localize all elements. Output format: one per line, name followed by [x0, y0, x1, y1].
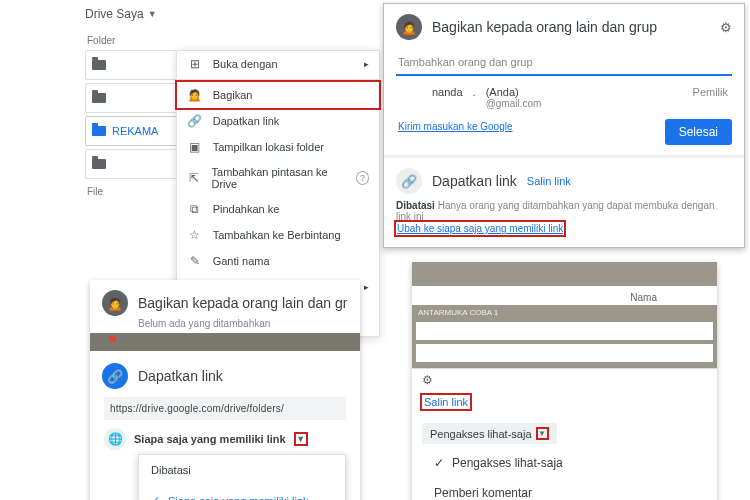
- folder-icon: [92, 60, 106, 70]
- chevron-down-icon: ▼: [148, 9, 157, 19]
- open-icon: ⊞: [187, 57, 203, 71]
- copy-link-button[interactable]: Salin link: [422, 395, 470, 409]
- copy-link-button[interactable]: Salin link: [527, 175, 571, 187]
- chevron-right-icon: ▸: [364, 59, 369, 69]
- background-strip: [412, 262, 717, 286]
- share-empty-text: Belum ada yang ditambahkan: [90, 318, 360, 333]
- restricted-line: Dibatasi Hanya orang yang ditambahkan ya…: [396, 200, 732, 222]
- folder-icon: [92, 159, 106, 169]
- dropdown-item-anyone[interactable]: Siapa saja yang memiliki link: [139, 485, 345, 500]
- gear-icon[interactable]: ⚙: [720, 20, 732, 35]
- globe-icon: 🌐: [104, 428, 126, 450]
- rename-icon: ✎: [187, 254, 203, 268]
- background-strip: [90, 333, 360, 351]
- menu-add-star[interactable]: ☆Tambahkan ke Berbintang: [177, 222, 379, 248]
- person-add-icon: 🙍: [102, 290, 128, 316]
- done-button[interactable]: Selesai: [665, 119, 732, 145]
- star-icon: ☆: [187, 228, 203, 242]
- menu-get-link[interactable]: 🔗Dapatkan link: [177, 108, 379, 134]
- feedback-link[interactable]: Kirim masukan ke Google: [384, 119, 527, 142]
- folder-open-icon: ▣: [187, 140, 203, 154]
- menu-label: Tambahkan ke Berbintang: [213, 229, 341, 241]
- menu-share[interactable]: 🙍Bagikan: [177, 82, 379, 108]
- folder-item[interactable]: [85, 83, 177, 113]
- shortcut-icon: ⇱: [187, 171, 202, 185]
- menu-move-to[interactable]: ⧉Pindahkan ke: [177, 196, 379, 222]
- move-icon: ⧉: [187, 202, 203, 216]
- menu-show-location[interactable]: ▣Tampilkan lokasi folder: [177, 134, 379, 160]
- link-icon: 🔗: [187, 114, 203, 128]
- folder-label: REKAMA: [112, 125, 158, 137]
- user-role: Pemilik: [693, 86, 728, 109]
- person-add-icon: 🙍: [187, 88, 203, 102]
- menu-open-with[interactable]: ⊞Buka dengan▸: [177, 51, 379, 77]
- folder-item[interactable]: [85, 50, 177, 80]
- menu-rename[interactable]: ✎Ganti nama: [177, 248, 379, 274]
- access-dropdown: Dibatasi Siapa saja yang memiliki link: [138, 454, 346, 500]
- link-url-field[interactable]: https://drive.google.com/drive/folders/: [104, 397, 346, 420]
- drive-title: Drive Saya: [85, 7, 144, 21]
- role-dropdown: Pengakses lihat-saja Pemberi komentar Ed…: [422, 448, 707, 500]
- get-link-title: Dapatkan link: [432, 173, 517, 189]
- drive-breadcrumb[interactable]: Drive Saya ▼: [85, 3, 380, 31]
- share-title: Bagikan kepada orang lain dan grup: [432, 19, 657, 35]
- user-name: nanda: [432, 86, 463, 109]
- menu-add-shortcut[interactable]: ⇱Tambahkan pintasan ke Drive?: [177, 160, 379, 196]
- user-row: nanda . (Anda) @gmail.com Pemilik: [384, 78, 744, 119]
- folder-icon: [92, 93, 106, 103]
- user-email: @gmail.com: [486, 98, 542, 109]
- link-icon: 🔗: [102, 363, 128, 389]
- menu-label: Pindahkan ke: [213, 203, 280, 215]
- link-icon: 🔗: [396, 168, 422, 194]
- separator: [177, 79, 379, 80]
- help-icon[interactable]: ?: [356, 171, 369, 185]
- background-items: ANTARMUKA COBA 1: [412, 305, 717, 368]
- folder-item-active[interactable]: REKAMA: [85, 116, 177, 146]
- role-selector[interactable]: Pengakses lihat-saja ▼: [422, 423, 557, 444]
- menu-label: Tambahkan pintasan ke Drive: [212, 166, 346, 190]
- list-item: [416, 344, 713, 362]
- menu-label: Ganti nama: [213, 255, 270, 267]
- item-label: ANTARMUKA COBA 1: [414, 307, 715, 318]
- menu-label: Tampilkan lokasi folder: [213, 141, 324, 153]
- folder-section-label: Folder: [85, 31, 380, 50]
- change-to-anyone-link[interactable]: Ubah ke siapa saja yang memiliki link: [396, 222, 564, 235]
- name-header: Nama: [412, 286, 717, 305]
- share-title: Bagikan kepada orang lain dan gr: [138, 295, 347, 311]
- gear-icon[interactable]: ⚙: [412, 368, 717, 389]
- file-section-label: File: [85, 182, 177, 201]
- role-dropdown-panel: Nama ANTARMUKA COBA 1 ⚙ Salin link Penga…: [412, 262, 717, 500]
- chevron-down-icon[interactable]: ▼: [536, 427, 549, 440]
- dropdown-item-restricted[interactable]: Dibatasi: [139, 455, 345, 485]
- menu-label: Dapatkan link: [213, 115, 280, 127]
- role-label: Pengakses lihat-saja: [430, 428, 532, 440]
- dropdown-label: Pengakses lihat-saja: [452, 456, 563, 470]
- get-link-section: 🔗 Dapatkan link Salin link Dibatasi Hany…: [384, 155, 744, 247]
- folder-icon: [92, 126, 106, 136]
- chevron-right-icon: ▸: [364, 282, 369, 292]
- folder-item[interactable]: [85, 149, 177, 179]
- person-add-icon: 🙍: [396, 14, 422, 40]
- share-dialog: 🙍 Bagikan kepada orang lain dan grup ⚙ T…: [383, 3, 745, 248]
- user-you: (Anda): [486, 86, 542, 98]
- menu-label: Bagikan: [213, 89, 253, 101]
- get-link-title: Dapatkan link: [138, 368, 223, 384]
- chevron-down-icon[interactable]: ▼: [294, 432, 308, 446]
- dropdown-item-viewer[interactable]: Pengakses lihat-saja: [422, 448, 707, 478]
- list-item: [416, 322, 713, 340]
- dropdown-item-commenter[interactable]: Pemberi komentar: [422, 478, 707, 500]
- menu-label: Buka dengan: [213, 58, 278, 70]
- dropdown-label: Siapa saja yang memiliki link: [168, 495, 309, 501]
- add-people-input[interactable]: Tambahkan orang dan grup: [396, 50, 732, 76]
- access-level-label: Siapa saja yang memiliki link: [134, 433, 286, 445]
- share-header: 🙍 Bagikan kepada orang lain dan grup ⚙: [384, 4, 744, 46]
- share-dialog-bottom-left: 🙍 Bagikan kepada orang lain dan gr Belum…: [90, 280, 360, 500]
- access-selector[interactable]: 🌐 Siapa saja yang memiliki link ▼: [104, 428, 346, 450]
